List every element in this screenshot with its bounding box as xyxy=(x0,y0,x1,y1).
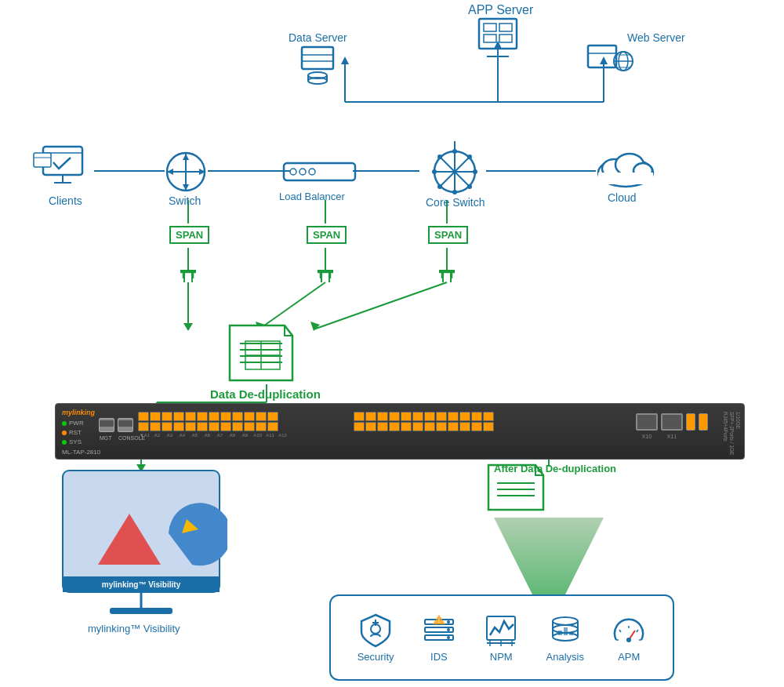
svg-point-98 xyxy=(467,184,472,189)
svg-rect-82 xyxy=(34,153,51,167)
svg-marker-20 xyxy=(183,323,193,331)
svg-line-33 xyxy=(314,282,447,329)
web-server-label: Web Server xyxy=(627,31,685,44)
svg-point-94 xyxy=(452,190,457,194)
tool-apm: APM xyxy=(612,613,646,663)
svg-rect-47 xyxy=(499,24,512,31)
clients-icon xyxy=(27,145,98,195)
svg-line-155 xyxy=(619,630,621,632)
svg-rect-150 xyxy=(564,627,568,635)
svg-point-87 xyxy=(309,169,315,175)
svg-point-158 xyxy=(626,638,631,642)
svg-rect-59 xyxy=(588,45,616,67)
svg-text:!: ! xyxy=(438,618,440,623)
sys-label: SYS xyxy=(69,438,82,445)
tool-security: Security xyxy=(358,613,394,663)
logo-text: mylinking xyxy=(62,409,95,416)
svg-rect-70 xyxy=(598,173,653,184)
app-server-label: APP Server xyxy=(468,3,533,17)
svg-rect-124 xyxy=(110,608,172,614)
tap-connector-3 xyxy=(437,264,456,283)
svg-rect-151 xyxy=(569,633,573,635)
svg-point-95 xyxy=(432,169,437,174)
core-switch-label: Core Switch xyxy=(426,196,485,209)
tool-npm: NPM xyxy=(484,613,518,663)
after-dedup-label: After Data De-duplication xyxy=(494,463,616,476)
tap-connector-1 xyxy=(179,264,198,283)
tool-ids: ! IDS xyxy=(422,613,456,663)
svg-point-144 xyxy=(553,617,578,625)
analysis-label: Analysis xyxy=(546,651,584,663)
apm-label: APM xyxy=(618,651,640,663)
switch-label: Switch xyxy=(169,194,201,207)
svg-point-135 xyxy=(447,628,450,631)
svg-point-97 xyxy=(437,154,442,159)
device-spec: 1/10GE SFP+·2Ports / 1GE RJ45+4Ports xyxy=(723,412,741,459)
svg-rect-52 xyxy=(302,47,333,69)
span-badge-lb: SPAN xyxy=(307,226,347,244)
web-server-icon xyxy=(586,44,633,88)
span-badge-switch: SPAN xyxy=(169,226,209,244)
svg-rect-49 xyxy=(499,35,512,42)
rst-label: RST xyxy=(69,429,82,436)
data-server-label: Data Server xyxy=(289,31,347,44)
visibility-label: mylinking™ Visibility xyxy=(88,623,180,634)
svg-rect-48 xyxy=(484,35,496,42)
ids-label: IDS xyxy=(430,651,448,663)
svg-point-99 xyxy=(467,154,472,159)
span-badge-cs: SPAN xyxy=(428,226,468,244)
clients-label: Clients xyxy=(49,194,82,207)
security-label: Security xyxy=(358,651,394,663)
load-balancer-icon xyxy=(282,157,357,190)
svg-point-96 xyxy=(473,169,477,174)
svg-marker-74 xyxy=(183,154,189,160)
core-switch-icon xyxy=(419,149,491,198)
tap-connector-2 xyxy=(316,264,335,283)
svg-point-86 xyxy=(299,169,306,175)
svg-point-85 xyxy=(290,169,296,175)
npm-label: NPM xyxy=(490,651,513,663)
svg-rect-46 xyxy=(484,24,496,31)
app-server-icon xyxy=(473,17,523,64)
dedup-label: Data De-duplication xyxy=(210,387,321,401)
svg-text:mylinking™ Visibility: mylinking™ Visibility xyxy=(102,580,181,589)
mgt-label: MGT xyxy=(100,435,112,441)
svg-point-100 xyxy=(437,184,442,189)
device-chassis: mylinking PWR RST SYS MGT xyxy=(55,403,745,460)
tools-box: Security ! IDS xyxy=(329,594,674,681)
svg-point-136 xyxy=(447,636,450,639)
cloud-label: Cloud xyxy=(608,191,637,204)
monitor-container: mylinking™ Visibility xyxy=(55,463,227,646)
data-server-icon xyxy=(298,45,345,88)
model-label: ML-TAP-2810 xyxy=(62,449,100,456)
dedup-icon: Data De-duplication xyxy=(210,322,321,401)
load-balancer-label: Load Balancer xyxy=(279,191,345,202)
diagram: APP Server Data Server Web Ser xyxy=(0,0,784,687)
switch-icon xyxy=(165,151,208,197)
svg-marker-42 xyxy=(494,518,604,596)
svg-rect-149 xyxy=(558,631,562,635)
svg-rect-84 xyxy=(284,163,355,180)
tool-analysis: Analysis xyxy=(546,613,584,663)
svg-line-156 xyxy=(637,630,638,632)
svg-point-93 xyxy=(452,149,457,154)
svg-point-134 xyxy=(447,620,450,623)
cloud-icon xyxy=(594,145,657,191)
pwr-label: PWR xyxy=(69,420,84,427)
